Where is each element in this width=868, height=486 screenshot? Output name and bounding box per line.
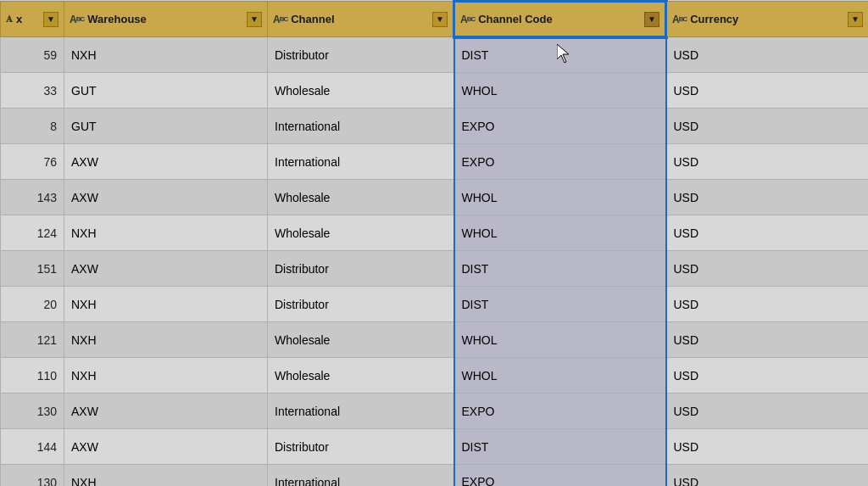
header-currency-label: Currency	[690, 13, 844, 25]
cell-warehouse: NXH	[64, 37, 268, 73]
cell-channel: Wholesale	[268, 73, 454, 109]
table-body: 59NXHDistributorDISTUSD33GUTWholesaleWHO…	[1, 37, 869, 487]
cell-channel_code: EXPO	[454, 394, 666, 429]
cell-currency: USD	[666, 251, 869, 287]
cell-currency: USD	[666, 358, 869, 394]
header-channel-code-label: Channel Code	[478, 13, 641, 25]
cell-currency: USD	[666, 287, 869, 322]
header-warehouse[interactable]: ABC Warehouse ▼	[64, 2, 268, 37]
cell-channel_code: DIST	[454, 37, 666, 73]
cell-index: 144	[1, 429, 64, 465]
table-row: 20NXHDistributorDISTUSD	[1, 287, 869, 322]
table-row: 76AXWInternationalEXPOUSD	[1, 144, 869, 180]
cell-warehouse: NXH	[64, 465, 268, 487]
table-row: 8GUTInternationalEXPOUSD	[1, 109, 869, 144]
header-channel-code[interactable]: ABC Channel Code ▼	[454, 2, 666, 37]
cell-index: 143	[1, 180, 64, 215]
cell-channel: Distributor	[268, 429, 454, 465]
cell-channel_code: WHOL	[454, 180, 666, 215]
table-row: 121NXHWholesaleWHOLUSD	[1, 322, 869, 358]
cell-currency: USD	[666, 394, 869, 429]
cell-channel: Distributor	[268, 251, 454, 287]
cell-currency: USD	[666, 144, 869, 180]
header-warehouse-label: Warehouse	[87, 13, 243, 25]
cell-channel: International	[268, 144, 454, 180]
abc-icon-index: 𝐀	[6, 14, 13, 25]
main-table: 𝐀 x ▼ ABC Warehouse ▼	[0, 0, 868, 486]
table-row: 144AXWDistributorDISTUSD	[1, 429, 869, 465]
header-channel[interactable]: ABC Channel ▼	[268, 2, 454, 37]
cell-warehouse: GUT	[64, 109, 268, 144]
table-row: 124NXHWholesaleWHOLUSD	[1, 215, 869, 251]
header-index-label: x	[16, 13, 40, 25]
cell-warehouse: AXW	[64, 144, 268, 180]
cell-channel: Wholesale	[268, 180, 454, 215]
table-row: 151AXWDistributorDISTUSD	[1, 251, 869, 287]
cell-channel: International	[268, 465, 454, 487]
cell-warehouse: AXW	[64, 429, 268, 465]
cell-channel_code: WHOL	[454, 358, 666, 394]
cell-currency: USD	[666, 322, 869, 358]
cell-index: 130	[1, 394, 64, 429]
header-row: 𝐀 x ▼ ABC Warehouse ▼	[1, 2, 869, 37]
cell-currency: USD	[666, 37, 869, 73]
abc-icon-warehouse: ABC	[70, 14, 84, 25]
table-row: 130NXHInternationalEXPOUSD	[1, 465, 869, 487]
cell-channel_code: DIST	[454, 429, 666, 465]
table-wrapper: 𝐀 x ▼ ABC Warehouse ▼	[0, 0, 868, 486]
cell-warehouse: NXH	[64, 215, 268, 251]
cell-channel_code: EXPO	[454, 465, 666, 487]
cell-index: 33	[1, 73, 64, 109]
cell-channel_code: WHOL	[454, 73, 666, 109]
cell-channel_code: WHOL	[454, 215, 666, 251]
cell-channel_code: EXPO	[454, 144, 666, 180]
cell-channel: Wholesale	[268, 358, 454, 394]
cell-channel_code: EXPO	[454, 109, 666, 144]
cell-index: 124	[1, 215, 64, 251]
cell-warehouse: AXW	[64, 394, 268, 429]
cell-index: 151	[1, 251, 64, 287]
cell-index: 110	[1, 358, 64, 394]
header-index-dropdown[interactable]: ▼	[43, 12, 58, 27]
cell-warehouse: NXH	[64, 322, 268, 358]
cell-channel_code: WHOL	[454, 322, 666, 358]
cell-index: 20	[1, 287, 64, 322]
cell-warehouse: AXW	[64, 251, 268, 287]
table-row: 110NXHWholesaleWHOLUSD	[1, 358, 869, 394]
cell-channel_code: DIST	[454, 287, 666, 322]
cell-channel: International	[268, 394, 454, 429]
cell-index: 130	[1, 465, 64, 487]
cell-channel: Distributor	[268, 37, 454, 73]
cell-warehouse: AXW	[64, 180, 268, 215]
abc-icon-currency: ABC	[672, 14, 687, 25]
header-channel-code-dropdown[interactable]: ▼	[644, 12, 659, 27]
cell-currency: USD	[666, 180, 869, 215]
table-row: 130AXWInternationalEXPOUSD	[1, 394, 869, 429]
cell-channel: International	[268, 109, 454, 144]
cell-index: 8	[1, 109, 64, 144]
table-row: 143AXWWholesaleWHOLUSD	[1, 180, 869, 215]
header-warehouse-dropdown[interactable]: ▼	[247, 12, 262, 27]
cell-warehouse: GUT	[64, 73, 268, 109]
table-row: 59NXHDistributorDISTUSD	[1, 37, 869, 73]
header-index[interactable]: 𝐀 x ▼	[1, 2, 64, 37]
cell-currency: USD	[666, 109, 869, 144]
cell-index: 76	[1, 144, 64, 180]
header-channel-label: Channel	[291, 13, 429, 25]
abc-icon-channel: ABC	[273, 14, 287, 25]
table-row: 33GUTWholesaleWHOLUSD	[1, 73, 869, 109]
cell-index: 121	[1, 322, 64, 358]
cell-currency: USD	[666, 465, 869, 487]
cell-currency: USD	[666, 429, 869, 465]
data-table: 𝐀 x ▼ ABC Warehouse ▼	[0, 0, 868, 486]
cell-warehouse: NXH	[64, 287, 268, 322]
header-channel-dropdown[interactable]: ▼	[432, 12, 448, 27]
cell-index: 59	[1, 37, 64, 73]
cell-warehouse: NXH	[64, 358, 268, 394]
header-currency[interactable]: ABC Currency ▼	[666, 2, 869, 37]
header-currency-dropdown[interactable]: ▼	[848, 12, 863, 27]
abc-icon-channel-code: ABC	[460, 14, 475, 25]
cell-currency: USD	[666, 73, 869, 109]
cell-channel: Wholesale	[268, 215, 454, 251]
cell-currency: USD	[666, 215, 869, 251]
